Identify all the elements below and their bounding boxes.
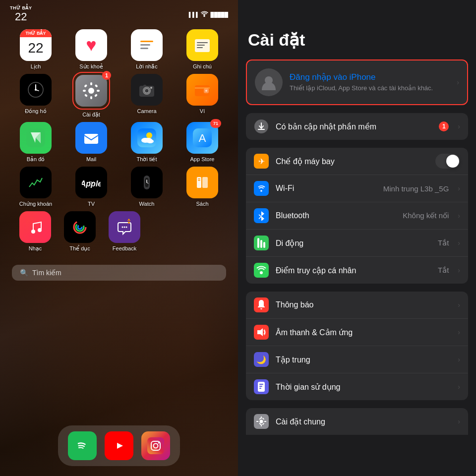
caidatchung-row[interactable]: Cài đặt chung › <box>246 408 468 435</box>
hotspot-value: Tắt <box>438 266 449 275</box>
app-nhac-label: Nhạc <box>29 245 42 252</box>
svg-rect-15 <box>97 90 100 92</box>
bluetooth-chevron: › <box>458 212 460 220</box>
app-theduc[interactable]: Thể dục <box>58 211 102 252</box>
update-badge: 1 <box>439 121 449 131</box>
svg-marker-81 <box>257 328 263 336</box>
airplane-toggle[interactable] <box>435 154 460 169</box>
app-tv[interactable]: AppleTV TV <box>69 167 114 207</box>
svg-rect-53 <box>198 180 200 181</box>
wifi-label: Wi-Fi <box>276 184 376 193</box>
app-appstore[interactable]: A 71 App Store <box>180 122 225 163</box>
app-camera-label: Camera <box>137 108 156 114</box>
svg-rect-78 <box>260 240 262 248</box>
svg-rect-18 <box>84 94 88 97</box>
app-nhac[interactable]: Nhạc <box>13 211 58 252</box>
svg-point-86 <box>260 420 263 423</box>
bluetooth-row[interactable]: Bluetooth Không kết nối › <box>246 202 468 230</box>
battery-icon: █████ <box>211 12 228 17</box>
status-icons: ▐▐▐ █████ <box>187 11 228 18</box>
thongbao-icon <box>254 298 269 312</box>
svg-point-38 <box>147 139 154 143</box>
wifi-chevron: › <box>458 184 460 192</box>
apple-id-title: Đăng nhập vào iPhone <box>290 72 450 82</box>
app-feedback-label: Feedback <box>113 245 136 251</box>
mobile-icon <box>254 236 269 250</box>
svg-rect-17 <box>94 94 98 97</box>
svg-rect-52 <box>198 178 200 179</box>
app-row-2: Đồng hồ 1 Cài đặt Camera <box>8 74 230 118</box>
app-row-5: Nhạc Thể dục Feedback <box>8 211 230 252</box>
status-date: 22 <box>15 11 27 23</box>
app-sach-label: Sách <box>196 201 208 207</box>
dock-spotify[interactable] <box>68 431 97 460</box>
svg-point-80 <box>260 271 263 274</box>
svg-point-11 <box>88 88 94 94</box>
app-appstore-label: App Store <box>190 156 215 162</box>
thoigiansudung-label: Thời gian sử dụng <box>276 382 451 392</box>
app-thoitiet[interactable]: Thời tiết <box>124 122 169 163</box>
heart-icon: ♥ <box>86 35 96 56</box>
software-update-row[interactable]: Có bản cập nhật phần mềm 1 › <box>246 113 468 140</box>
app-dongho-label: Đồng hồ <box>25 108 46 115</box>
app-suckhoe-label: Sức khoẻ <box>79 63 103 70</box>
thoigiansudung-row[interactable]: Thời gian sử dụng › <box>246 373 468 400</box>
svg-point-10 <box>35 89 37 91</box>
amthanh-row[interactable]: Âm thanh & Cảm ứng › <box>246 319 468 346</box>
app-chungkhoan[interactable]: Chứng khoán <box>13 167 58 207</box>
app-vi[interactable]: Ví <box>180 74 225 118</box>
wifi-icon <box>200 11 208 18</box>
app-camera[interactable]: Camera <box>124 74 169 118</box>
dock-instagram[interactable] <box>141 431 170 460</box>
app-chungkhoan-label: Chứng khoán <box>19 201 52 207</box>
app-ghichu[interactable]: Ghi chú <box>180 29 225 70</box>
app-watch[interactable]: Watch <box>124 167 169 207</box>
svg-rect-5 <box>197 45 205 46</box>
app-bando[interactable]: Bản đồ <box>13 122 58 163</box>
taptrung-row[interactable]: 🌙 Tập trung › <box>246 346 468 373</box>
app-caidat[interactable]: 1 Cài đặt <box>69 74 114 118</box>
app-suckhoe[interactable]: ♥ Sức khoẻ <box>69 29 114 70</box>
app-mail-label: Mail <box>86 156 96 162</box>
app-tv-label: TV <box>88 201 95 207</box>
app-vi-label: Ví <box>200 108 205 114</box>
airplane-mode-row[interactable]: ✈ Chế độ máy bay <box>246 148 468 175</box>
update-chevron: › <box>458 122 460 130</box>
apple-id-section[interactable]: Đăng nhập vào iPhone Thiết lập iCloud, A… <box>246 60 468 105</box>
svg-rect-77 <box>257 238 259 248</box>
app-lich[interactable]: THỨ BẢY 22 Lịch <box>13 29 58 70</box>
search-bar[interactable]: 🔍 Tìm kiếm <box>12 265 226 281</box>
app-sach[interactable]: Sách <box>180 167 225 207</box>
mobile-row[interactable]: Di động Tắt › <box>246 230 468 257</box>
app-loinhac[interactable]: Lời nhắc <box>124 29 169 70</box>
thoigiansudung-icon <box>254 379 269 394</box>
svg-point-65 <box>126 227 127 228</box>
dock-youtube[interactable] <box>105 431 133 460</box>
mobile-label: Di động <box>276 238 431 248</box>
amthanh-icon <box>254 325 269 340</box>
wifi-value: Minh trung L3b _5G <box>383 184 449 193</box>
app-mail[interactable]: Mail <box>69 122 114 163</box>
hotspot-label: Điểm truy cập cá nhân <box>276 266 431 275</box>
thongbao-row[interactable]: Thông báo › <box>246 292 468 319</box>
wifi-row[interactable]: Wi-Fi Minh trung L3b _5G › <box>246 175 468 202</box>
hotspot-icon <box>254 263 269 278</box>
svg-point-63 <box>122 227 123 228</box>
app-watch-label: Watch <box>139 201 155 207</box>
svg-rect-83 <box>259 384 263 385</box>
right-panel: Cài đặt Đăng nhập vào iPhone Thiết lập i… <box>238 0 476 476</box>
apple-id-text: Đăng nhập vào iPhone Thiết lập iCloud, A… <box>290 72 450 93</box>
update-label: Có bản cập nhật phần mềm <box>276 122 432 131</box>
svg-point-66 <box>128 222 130 224</box>
notifications-section: Thông báo › Âm thanh & Cảm ứng › 🌙 Tập t… <box>246 292 468 400</box>
app-dongho[interactable]: Đồng hồ <box>13 74 58 118</box>
signal-icon: ▐▐▐ <box>187 12 197 17</box>
svg-text:A: A <box>199 132 206 144</box>
svg-rect-34 <box>137 128 156 147</box>
status-bar: THỨ BẢY 22 ▐▐▐ █████ <box>0 0 238 25</box>
svg-rect-0 <box>140 41 153 42</box>
amthanh-chevron: › <box>458 328 460 336</box>
svg-rect-84 <box>259 386 262 387</box>
hotspot-row[interactable]: Điểm truy cập cá nhân Tắt › <box>246 257 468 284</box>
app-feedback[interactable]: Feedback <box>102 211 147 252</box>
